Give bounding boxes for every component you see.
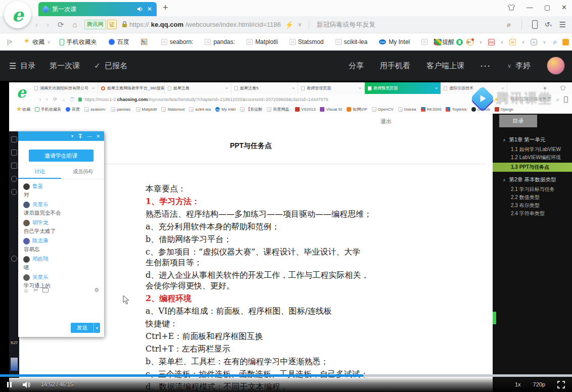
bookmark-icon [161,39,167,45]
tab-audio-icon[interactable] [137,7,144,12]
hamburger-icon: ☰ [9,61,16,71]
browser-titlebar: e 第一次课 ✕ + — ▢ ✕ [0,0,572,16]
video-control-bar: 14:52 / 46:15 1x 720p [0,377,572,392]
user-menu[interactable]: ∨ 李婷 [507,61,531,71]
address-bar: ‹ › ⟳ ⌂ 腾讯网 证 https://ke.qq.com/webcours… [0,16,572,33]
chat-message: 吴星乐 课后题完全不会 [23,201,99,217]
extension-icon[interactable] [520,39,527,45]
pause-button[interactable] [7,382,12,387]
refresh-icon[interactable]: ⟳ [58,20,64,29]
history-undo-icon[interactable]: ↺▾ [545,21,552,28]
forward-icon[interactable]: › [46,20,49,29]
extension-icon[interactable] [499,39,505,45]
recorded-bookmark-icon [421,107,425,112]
extension-icon[interactable] [531,39,537,45]
search-icon[interactable]: ⌕ [507,20,511,29]
extension-icon[interactable] [509,39,516,45]
watch-on-phone-button[interactable]: 用手机看 [380,61,410,71]
minimize-button[interactable]: — [527,4,533,11]
app-strip-icon [11,136,17,142]
slide-text-line: 生创新项目等； [146,257,469,268]
client-class-button[interactable]: 客户端上课 [426,61,464,71]
recorded-bookmark-icon [66,107,70,112]
bookmark-item[interactable]: Matplotli [243,37,284,47]
bookmark-item[interactable]: My Intel [375,37,416,47]
app-strip-timer: 5:27 [9,341,19,345]
extension-icon[interactable] [467,39,473,45]
url-dropdown-icon[interactable]: ∨ [298,21,302,28]
browser-window: e 第一次课 ✕ + — ▢ ✕ ‹ › ⟳ ⌂ 腾讯网 证 https://k… [0,0,572,392]
chat-send: 发送 ▾ [71,323,100,333]
recorded-bookmark-icon [189,107,194,112]
recorded-toc-row: 1.2 LabVIEW编程环境 [493,154,572,162]
invite-students-button: 邀请学生听课 [29,150,93,162]
bookmark-icon [247,39,253,45]
new-tab-button[interactable]: + [163,3,168,13]
phone-sync-icon[interactable] [532,20,538,29]
app-strip-icon [11,163,17,169]
share-button[interactable]: 分享 [349,61,364,71]
image-icon [42,288,49,292]
slide-body: 本章要点： 1、学习方法： 熟悉语法、程序结构——多加练习——项目驱动——编程思… [146,181,469,392]
bookmark-item[interactable] [137,37,156,46]
bookmark-item[interactable]: pandas: [201,37,241,47]
chat-avatar [23,220,30,226]
chat-username: 吴星乐 [32,274,49,281]
check-icon: ✓ [94,61,101,70]
site-verification-badge[interactable]: 腾讯网 证 [84,20,117,29]
extension-icon[interactable] [488,39,495,45]
recorded-bookmark-item: scikit-lea [189,107,211,112]
quick-launch-bolt-icon[interactable]: ⚡ [285,21,294,29]
extension-icon[interactable] [552,39,558,45]
bookmark-item[interactable]: 收藏 ∨ [20,36,54,48]
bookmark-item[interactable]: 手机收藏夹 [56,36,103,48]
recorded-toc-list: 第1章 第一单元 1.1 如何学习LabVIEW 1.2 LabVIEW编程环境… [493,132,572,218]
browser-tab[interactable]: 第一次课 ✕ [38,2,157,16]
toc-menu-button[interactable]: ☰ 目录 [9,61,35,71]
quality-button[interactable]: 720p [533,381,545,387]
recorded-tab-favicon [101,86,105,90]
bookmark-item[interactable]: seaborn: [158,37,200,47]
recorded-bookmark-icon [347,107,351,112]
volume-icon[interactable] [23,381,31,388]
chat-message-text: 课后题完全不会 [24,210,99,217]
bookmark-item[interactable]: scikit-lea [332,37,374,47]
browser-360-logo[interactable]: e [4,1,31,28]
home-icon[interactable]: ⌂ [73,20,77,29]
slide-text-line: b、菜单栏、工具栏：在有的编程学习中逐渐熟悉； [146,356,469,367]
recorded-tab: 教师预览页面 × [365,82,441,94]
maximize-button[interactable]: ▢ [544,4,550,11]
toc-menu-label: 目录 [20,61,35,71]
chat-messages: 鲁蓝 对 吴星乐 课后题完全不会 [18,179,104,289]
extension-icon[interactable] [541,39,548,45]
recorded-bookmark-item: VS2013 [295,107,315,112]
user-avatar[interactable] [547,57,565,75]
url-field[interactable]: https://ke.qq.com/webcourse/index.html#c… [122,21,281,28]
extension-icon[interactable] [562,39,569,45]
fullscreen-icon[interactable] [557,381,565,388]
bookmark-label: 收藏 [32,38,44,46]
recorded-tab-close-icon: × [292,86,295,90]
playback-speed-button[interactable]: 1x [515,381,521,387]
recorded-bookmark-label: 【新提醒 [246,107,262,112]
recorded-bookmark-label: 百度网盘- [273,107,291,112]
back-icon[interactable]: ‹ [35,20,38,29]
extension-icon[interactable] [456,39,463,45]
menu-hamburger-icon[interactable]: ☰ [559,20,566,29]
recorded-bookmark-item: Statsmod [161,107,184,112]
tab-close-icon[interactable]: ✕ [147,6,152,13]
extension-icon[interactable] [435,39,442,45]
recorded-chat-panel: ▼ — ✕ 邀请学生听课 讨论 成员(64) 鲁蓝 [18,131,104,337]
extension-icon[interactable] [446,39,452,45]
bookmark-item[interactable]: 百度 [105,36,135,48]
bookmarks-sidebar-toggle-icon[interactable]: |> [7,38,12,45]
video-player-surface[interactable]: e 湖南天功测控科技有限公司 × 超星泛雅网络教学平台_360搜索 × [0,81,572,392]
bookmark-item[interactable]: Statsmod [286,37,330,47]
theme-skin-icon[interactable] [507,4,515,11]
recorded-bookmark-item: 百度 [66,107,80,112]
more-button[interactable]: ··· [481,62,491,70]
close-button[interactable]: ✕ [561,4,567,11]
search-suggestion-text[interactable]: 新冠病毒或每年反复 [316,20,506,29]
recorded-bookmark-item: Django [495,107,513,112]
extension-icon[interactable] [478,39,484,45]
